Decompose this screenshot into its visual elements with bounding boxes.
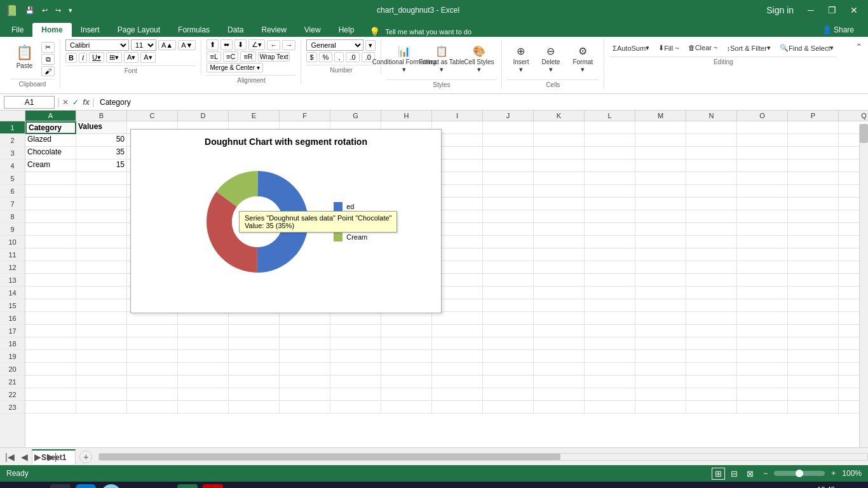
- row-20[interactable]: 20: [0, 363, 25, 376]
- cell-k6[interactable]: [534, 185, 585, 198]
- cell-l14[interactable]: [585, 287, 635, 299]
- cell-l22[interactable]: [585, 388, 635, 401]
- cell-i23[interactable]: [432, 401, 483, 414]
- cell-e19[interactable]: [229, 350, 280, 363]
- cell-d17[interactable]: [178, 325, 229, 337]
- cell-k15[interactable]: [534, 299, 585, 312]
- cell-p17[interactable]: [788, 325, 839, 337]
- taskbar-app-excel[interactable]: X: [177, 484, 198, 488]
- cell-b22[interactable]: [76, 388, 127, 401]
- share-button[interactable]: 👤 Share: [813, 23, 863, 37]
- cell-k2[interactable]: [534, 134, 585, 147]
- cell-m13[interactable]: [635, 274, 686, 287]
- cell-j20[interactable]: [483, 363, 534, 376]
- scrollbar-thumb-vertical[interactable]: [860, 124, 868, 143]
- angle-text-button[interactable]: ∠▾: [248, 39, 265, 50]
- row-1[interactable]: 1: [0, 121, 25, 134]
- page-layout-view-button[interactable]: ⊟: [728, 468, 741, 480]
- cell-k18[interactable]: [534, 337, 585, 350]
- cell-l10[interactable]: [585, 236, 635, 248]
- number-format-dropdown[interactable]: ▾: [365, 40, 376, 51]
- cell-k20[interactable]: [534, 363, 585, 376]
- sheet-nav-next[interactable]: ▶: [32, 451, 44, 463]
- taskbar-app-dropbox[interactable]: 💎: [126, 484, 147, 488]
- cell-a8[interactable]: [25, 210, 76, 223]
- col-header-q[interactable]: Q: [839, 111, 868, 121]
- cell-g17[interactable]: [330, 325, 381, 337]
- row-2[interactable]: 2: [0, 134, 25, 147]
- decrease-font-button[interactable]: A▼: [178, 40, 196, 50]
- col-header-g[interactable]: G: [330, 111, 381, 121]
- cell-m19[interactable]: [635, 350, 686, 363]
- cell-f19[interactable]: [280, 350, 330, 363]
- cell-reference-box[interactable]: [4, 96, 55, 109]
- cell-m11[interactable]: [635, 248, 686, 261]
- normal-view-button[interactable]: ⊞: [712, 468, 725, 480]
- col-header-c[interactable]: C: [127, 111, 178, 121]
- cell-h18[interactable]: [381, 337, 432, 350]
- taskbar-app-k7[interactable]: K7: [203, 484, 223, 488]
- cell-a15[interactable]: [25, 299, 76, 312]
- cell-o9[interactable]: [737, 223, 788, 236]
- col-header-f[interactable]: F: [280, 111, 330, 121]
- cell-h23[interactable]: [381, 401, 432, 414]
- increase-decimal-button[interactable]: .0: [346, 52, 359, 62]
- cell-a10[interactable]: [25, 236, 76, 248]
- cell-j16[interactable]: [483, 312, 534, 325]
- cell-o2[interactable]: [737, 134, 788, 147]
- taskbar-app-file-explorer[interactable]: 📁: [50, 484, 71, 488]
- cell-e16[interactable]: [229, 312, 280, 325]
- quick-access-dropdown[interactable]: ▾: [66, 5, 75, 16]
- cell-k14[interactable]: [534, 287, 585, 299]
- cell-m10[interactable]: [635, 236, 686, 248]
- lightbulb-icon[interactable]: 💡: [369, 27, 380, 37]
- col-header-a[interactable]: A: [25, 111, 76, 121]
- cell-e21[interactable]: [229, 376, 280, 388]
- cell-o15[interactable]: [737, 299, 788, 312]
- tab-review[interactable]: Review: [252, 23, 295, 37]
- cell-j9[interactable]: [483, 223, 534, 236]
- fill-color-button[interactable]: A▾: [124, 52, 139, 63]
- cell-g22[interactable]: [330, 388, 381, 401]
- cell-e20[interactable]: [229, 363, 280, 376]
- cell-p1[interactable]: [788, 121, 839, 134]
- row-12[interactable]: 12: [0, 261, 25, 274]
- tab-formulas[interactable]: Formulas: [169, 23, 219, 37]
- cell-b19[interactable]: [76, 350, 127, 363]
- cell-k4[interactable]: [534, 159, 585, 172]
- cell-b10[interactable]: [76, 236, 127, 248]
- cell-l4[interactable]: [585, 159, 635, 172]
- start-button[interactable]: ⊞: [5, 486, 24, 489]
- cell-l7[interactable]: [585, 198, 635, 210]
- col-header-i[interactable]: I: [432, 111, 483, 121]
- row-15[interactable]: 15: [0, 299, 25, 312]
- row-9[interactable]: 9: [0, 223, 25, 236]
- cell-j2[interactable]: [483, 134, 534, 147]
- cell-a16[interactable]: [25, 312, 76, 325]
- row-21[interactable]: 21: [0, 376, 25, 388]
- cell-g21[interactable]: [330, 376, 381, 388]
- copy-button[interactable]: ⧉: [41, 54, 55, 65]
- row-8[interactable]: 8: [0, 210, 25, 223]
- font-size-select[interactable]: 11: [131, 39, 156, 51]
- cell-c19[interactable]: [127, 350, 178, 363]
- cell-p7[interactable]: [788, 198, 839, 210]
- cell-k9[interactable]: [534, 223, 585, 236]
- cell-b12[interactable]: [76, 261, 127, 274]
- taskbar-app-python[interactable]: 🐍: [152, 484, 172, 488]
- col-header-o[interactable]: O: [737, 111, 788, 121]
- cell-k8[interactable]: [534, 210, 585, 223]
- cell-p22[interactable]: [788, 388, 839, 401]
- cell-l13[interactable]: [585, 274, 635, 287]
- cell-m9[interactable]: [635, 223, 686, 236]
- cell-n10[interactable]: [686, 236, 737, 248]
- sheet-nav-prev[interactable]: ◀: [18, 451, 31, 463]
- cell-b23[interactable]: [76, 401, 127, 414]
- cell-j1[interactable]: [483, 121, 534, 134]
- collapse-ribbon-button[interactable]: ⌃: [855, 42, 863, 52]
- cell-c16[interactable]: [127, 312, 178, 325]
- cell-a1[interactable]: Category: [25, 121, 76, 134]
- underline-button[interactable]: U▾: [89, 52, 104, 63]
- row-18[interactable]: 18: [0, 337, 25, 350]
- cell-o17[interactable]: [737, 325, 788, 337]
